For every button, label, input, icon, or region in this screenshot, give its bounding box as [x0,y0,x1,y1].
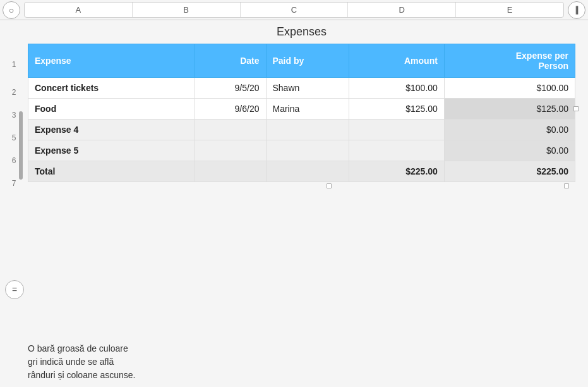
cell-paid-by-5[interactable] [266,120,349,140]
cell-amount-2[interactable]: $100.00 [349,78,445,99]
cell-epp-6[interactable]: $0.00 [444,140,575,161]
cell-paid-by-6[interactable] [266,140,349,161]
table-header-row: Expense Date Paid by Amount Expense perP [28,44,575,78]
row-num-2: 2 [0,81,28,104]
table-row: Food 9/6/20 Marina $125.00 $125.00 [28,99,575,120]
sidebar-bottom-button[interactable]: = [5,280,24,299]
row-spacer [0,23,28,48]
top-right-button[interactable]: ∥ [568,1,585,19]
cell-amount-3[interactable]: $125.00 [349,99,445,120]
col-header-expense[interactable]: Expense [28,44,195,78]
cell-amount-7[interactable]: $225.00 [349,161,445,182]
col-header-amount[interactable]: Amount [349,44,445,78]
table-row-total: Total $225.00 $225.00 [28,161,575,182]
col-header-e[interactable]: E [456,3,563,17]
col-header-date[interactable]: Date [195,44,266,78]
cell-epp-7[interactable]: $225.00 [444,161,575,182]
equals-icon: = [12,285,17,295]
main-area: 1 2 3 5 6 7 = Expenses Expense [0,20,588,337]
resize-handles-row [28,183,575,188]
cell-date-5[interactable] [195,120,266,140]
cell-amount-5[interactable] [349,120,445,140]
pause-icon: ∥ [575,5,579,15]
caption-text: O bară groasă de culoare gri indică unde… [28,343,135,380]
cell-date-3[interactable]: 9/6/20 [195,99,266,120]
column-headers: A B C D E [24,2,564,18]
sheet-title: Expenses [28,25,575,39]
top-left-button[interactable]: ○ [3,1,20,19]
table-row: Expense 5 $0.00 [28,140,575,161]
row-num-5: 5 [0,126,28,149]
row-num-7: 7 [0,172,28,195]
col-header-a[interactable]: A [25,3,133,17]
cell-paid-by-3[interactable]: Marina [266,99,349,120]
cell-epp-2[interactable]: $100.00 [444,78,575,99]
table-row: Expense 4 $0.00 [28,120,575,140]
col-header-d[interactable]: D [348,3,456,17]
cell-expense-7[interactable]: Total [28,161,195,182]
table-row: Concert tickets 9/5/20 Shawn $100.00 $10… [28,78,575,99]
expenses-table: Expense Date Paid by Amount Expense perP [28,44,575,182]
caption-area: O bară groasă de culoare gri indică unde… [0,337,588,387]
cell-date-2[interactable]: 9/5/20 [195,78,266,99]
col-header-c[interactable]: C [241,3,349,17]
col-header-expense-per-person[interactable]: Expense perPerson [444,44,575,78]
col-header-b[interactable]: B [133,3,241,17]
cell-date-7[interactable] [195,161,266,182]
cell-expense-3[interactable]: Food [28,99,195,120]
row-num-6: 6 [0,149,28,172]
resize-handle-right[interactable] [573,106,579,111]
cell-expense-6[interactable]: Expense 5 [28,140,195,161]
row-num-1: 1 [0,48,28,81]
hidden-rows-indicator [19,111,23,180]
cell-expense-5[interactable]: Expense 4 [28,120,195,140]
cell-paid-by-2[interactable]: Shawn [266,78,349,99]
resize-handle-bottom-left[interactable] [327,183,332,188]
cell-amount-6[interactable] [349,140,445,161]
row-num-3: 3 [0,104,28,126]
cell-epp-3[interactable]: $125.00 [444,99,575,120]
col-header-paid-by[interactable]: Paid by [266,44,349,78]
sheet-area: Expenses Expense Date Paid by [28,20,588,337]
cell-expense-2[interactable]: Concert tickets [28,78,195,99]
resize-handle-bottom-right[interactable] [564,183,569,188]
row-sidebar: 1 2 3 5 6 7 = [0,20,28,337]
app-container: ○ A B C D E ∥ 1 2 3 5 6 7 [0,0,588,387]
cell-date-6[interactable] [195,140,266,161]
cell-paid-by-7[interactable] [266,161,349,182]
col-header-bar: ○ A B C D E ∥ [0,0,588,20]
cell-epp-5[interactable]: $0.00 [444,120,575,140]
circle-icon: ○ [9,5,14,15]
